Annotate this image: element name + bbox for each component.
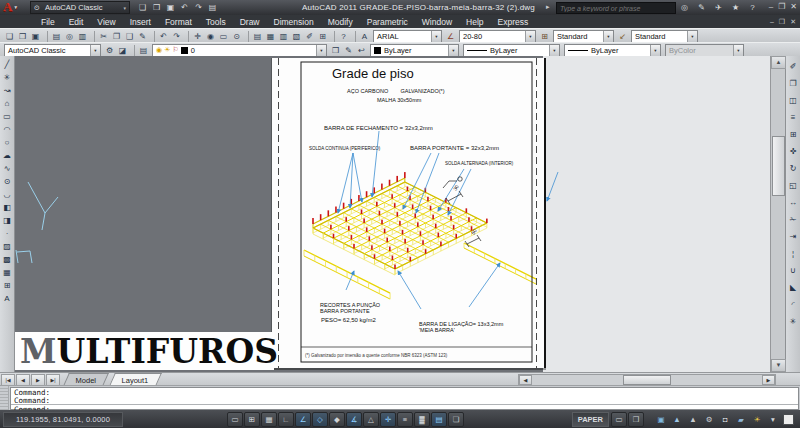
isolate-objects-icon[interactable]: ☀	[750, 413, 764, 426]
chamfer-icon[interactable]: ◣	[787, 279, 800, 296]
ducs-toggle[interactable]: △	[363, 412, 379, 427]
polar-toggle[interactable]: ∠	[295, 412, 311, 427]
workspaces-combo[interactable]: AutoCAD Classic ▾	[4, 44, 101, 57]
erase-icon[interactable]: ✐	[787, 58, 800, 75]
publish-icon[interactable]: ▥	[76, 30, 89, 42]
menu-item[interactable]: Express	[491, 15, 536, 28]
selection-cycling-toggle[interactable]: ❏	[448, 412, 464, 427]
transparency-toggle[interactable]: ▓	[414, 412, 430, 427]
multileader-style-combo[interactable]: Standard ▾	[631, 30, 698, 43]
redo-icon[interactable]: ↷	[170, 30, 183, 42]
clean-screen-button[interactable]	[783, 414, 794, 425]
spline-icon[interactable]: ∿	[1, 162, 14, 175]
paste-icon[interactable]: ❑	[123, 30, 136, 42]
layer-combo[interactable]: ◉ ☀ ⚐ 0 ▾	[152, 44, 327, 57]
lineweight-combo[interactable]: ByLayer ▾	[564, 44, 661, 57]
trim-icon[interactable]: ✁	[787, 211, 800, 228]
horizontal-scroll-thumb[interactable]	[623, 375, 671, 385]
favorites-star-icon[interactable]: ★	[729, 1, 742, 13]
copy-clip-icon[interactable]: ❐	[110, 30, 123, 42]
communication-center-icon[interactable]: ✈	[712, 1, 725, 13]
quick-view-drawings-icon[interactable]: ❒	[628, 412, 644, 427]
tab-nav-button[interactable]: ▶	[31, 374, 45, 386]
scale-icon[interactable]: ◱	[787, 177, 800, 194]
quickcalc-icon[interactable]: ⊞	[316, 30, 329, 42]
layer-properties-icon[interactable]: ▤	[137, 44, 150, 56]
table-icon[interactable]: ⊞	[1, 279, 14, 292]
menu-item[interactable]: Help	[459, 15, 490, 28]
command-window-grip[interactable]	[0, 386, 9, 411]
restore-button[interactable]: ❐	[778, 2, 785, 11]
new-file-icon[interactable]: ❏	[136, 2, 149, 14]
open-file-icon[interactable]: ❒	[16, 30, 29, 42]
mirror-icon[interactable]: ◫	[787, 92, 800, 109]
annotation-scale-icon[interactable]: ▣	[654, 413, 668, 426]
coordinates-readout[interactable]: 119.1955, 81.0491, 0.0000	[3, 412, 123, 427]
construction-line-icon[interactable]: ✳	[1, 71, 14, 84]
zoom-window-icon[interactable]: ▭	[217, 30, 230, 42]
polygon-icon[interactable]: ⌂	[1, 97, 14, 110]
menu-item[interactable]: Format	[158, 15, 199, 28]
dim-style-combo[interactable]: 20-80 ▾	[459, 30, 536, 43]
scroll-left-icon[interactable]: ◀	[519, 375, 532, 385]
paper-model-toggle[interactable]: PAPER	[572, 412, 609, 427]
dim-style-icon[interactable]: ∠	[444, 30, 457, 42]
offset-icon[interactable]: ≡	[787, 109, 800, 126]
zoom-previous-icon[interactable]: ⊙	[230, 30, 243, 42]
horizontal-scrollbar[interactable]: ◀ ▶	[518, 374, 776, 386]
menu-item[interactable]: Tools	[199, 15, 233, 28]
make-layer-current-icon[interactable]: ❒	[329, 44, 342, 56]
scroll-up-icon[interactable]: ▲	[771, 56, 786, 69]
undo-icon[interactable]: ↶	[157, 30, 170, 42]
join-icon[interactable]: ∪	[787, 262, 800, 279]
quick-properties-toggle[interactable]: ▤	[431, 412, 447, 427]
snap-toggle[interactable]: ⊞	[244, 412, 260, 427]
table-style-combo[interactable]: Standard ▾	[553, 30, 614, 43]
menu-item[interactable]: File	[34, 15, 62, 28]
toolbar-lock-icon[interactable]: ◘	[718, 413, 732, 426]
hatch-icon[interactable]: ▨	[1, 240, 14, 253]
menu-item[interactable]: Modify	[321, 15, 360, 28]
match-properties-icon[interactable]: ✎	[136, 30, 149, 42]
multileader-style-icon[interactable]: ↙	[616, 30, 629, 42]
tab-nav-button[interactable]: |◀	[1, 374, 15, 386]
dynamic-input-toggle[interactable]: ✛	[380, 412, 396, 427]
hardware-acceleration-icon[interactable]: ▰	[734, 413, 748, 426]
ortho-toggle[interactable]: ∟	[278, 412, 294, 427]
save-icon[interactable]: ▣	[164, 2, 177, 14]
separator[interactable]	[91, 31, 95, 42]
doc-restore-button[interactable]: ❐	[779, 18, 785, 26]
annotation-autoscale-icon[interactable]: ▲	[686, 413, 700, 426]
search-flyout-icon[interactable]: ▸	[546, 3, 550, 11]
help-icon[interactable]: ?	[337, 30, 350, 42]
text-style-icon[interactable]: A	[358, 30, 371, 42]
copy-icon[interactable]: ❐	[787, 75, 800, 92]
osnap-3d-toggle[interactable]: ◆	[329, 412, 345, 427]
stretch-icon[interactable]: ↔	[787, 194, 800, 211]
open-file-icon[interactable]: ❒	[150, 2, 163, 14]
search-binoculars-icon[interactable]: ◎	[678, 1, 691, 13]
redo-icon[interactable]: ↷	[192, 2, 205, 14]
search-input[interactable]	[557, 5, 675, 12]
line-icon[interactable]: ╱	[1, 58, 14, 71]
separator[interactable]	[185, 31, 189, 42]
vertical-scrollbar[interactable]: ▲ ▼	[770, 56, 785, 372]
array-icon[interactable]: ⊞	[787, 126, 800, 143]
menu-item[interactable]: Edit	[62, 15, 91, 28]
doc-minimize-button[interactable]: –	[770, 18, 774, 26]
make-block-icon[interactable]: ◨	[1, 214, 14, 227]
text-style-combo[interactable]: ARIAL ▾	[373, 30, 442, 43]
osnap-toggle[interactable]: ◇	[312, 412, 328, 427]
rotate-icon[interactable]: ↻	[787, 160, 800, 177]
minimize-button[interactable]: –	[769, 2, 773, 11]
rectangle-icon[interactable]: ▭	[1, 110, 14, 123]
zoom-realtime-icon[interactable]: ◉	[204, 30, 217, 42]
undo-icon[interactable]: ↶	[178, 2, 191, 14]
scroll-right-icon[interactable]: ▶	[762, 375, 775, 385]
workspace-dropdown[interactable]: ⊙ AutoCAD Classic ▾	[30, 1, 130, 14]
menu-item[interactable]: Window	[415, 15, 459, 28]
workspace-switching-gear-icon[interactable]: ⚙	[702, 413, 716, 426]
annotation-visibility-icon[interactable]: ▲	[670, 413, 684, 426]
separator[interactable]	[352, 31, 356, 42]
help-icon[interactable]: ?	[746, 1, 759, 13]
